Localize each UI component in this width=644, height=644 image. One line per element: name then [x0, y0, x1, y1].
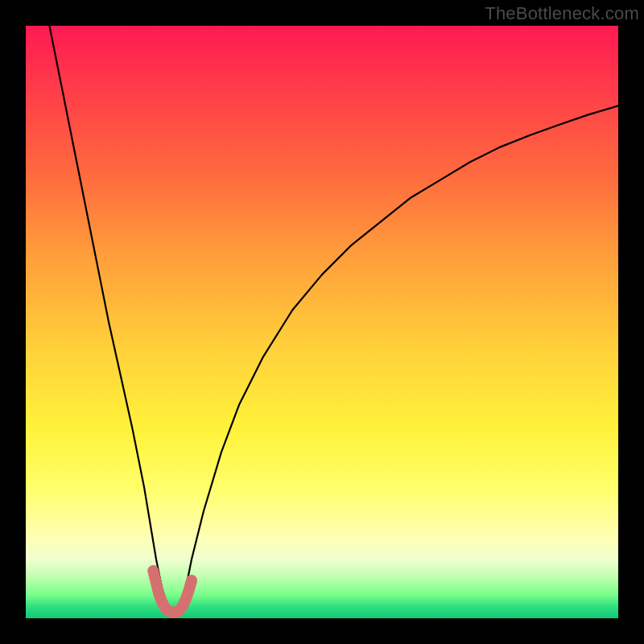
curve-layer	[26, 26, 618, 618]
watermark-text: TheBottleneck.com	[485, 3, 639, 24]
bottleneck-curve	[49, 26, 618, 613]
plot-area	[26, 26, 618, 618]
optimal-highlight	[153, 571, 192, 613]
chart-frame: TheBottleneck.com	[0, 0, 644, 644]
